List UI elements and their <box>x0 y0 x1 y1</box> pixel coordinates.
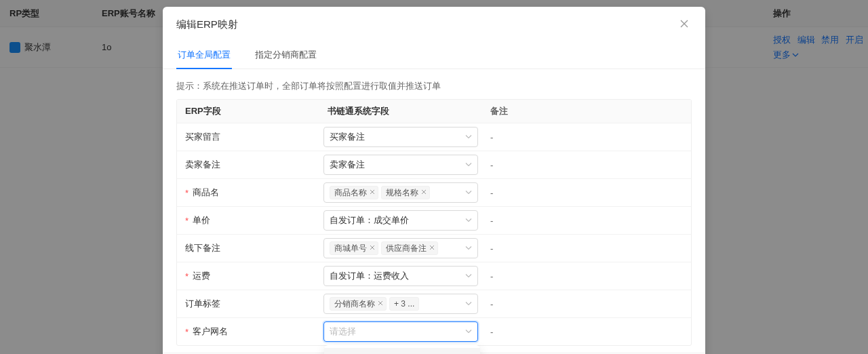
required-asterisk: * <box>185 216 189 226</box>
select-tag: 商品名称 <box>330 186 378 199</box>
chevron-down-icon <box>465 245 472 252</box>
chevron-down-icon <box>465 273 472 279</box>
erp-field-label: *商品名 <box>177 181 319 204</box>
sys-field-select[interactable]: 卖家备注 <box>323 155 478 175</box>
chevron-down-icon <box>465 161 472 168</box>
required-asterisk: * <box>185 188 189 198</box>
chevron-down-icon <box>465 217 472 224</box>
th-sys-field: 书链通系统字段 <box>319 100 482 123</box>
tag-overflow[interactable]: + 3 ... <box>389 297 419 311</box>
select-tag: 分销商名称 <box>330 297 387 311</box>
sys-field-select[interactable]: 商城单号供应商备注 <box>323 238 478 258</box>
tab-global-config[interactable]: 订单全局配置 <box>176 42 232 69</box>
erp-field-label: *客户网名 <box>177 320 319 343</box>
erp-field-label: 卖家备注 <box>177 153 319 176</box>
required-asterisk: * <box>185 327 189 337</box>
mapping-row: *商品名商品名称规格名称- <box>177 178 691 206</box>
note-cell: - <box>482 321 691 342</box>
select-tag: 规格名称 <box>381 186 430 199</box>
tag-remove-icon[interactable] <box>370 186 375 199</box>
chevron-down-icon <box>465 300 472 307</box>
mapping-row: 订单标签分销商名称+ 3 ...- <box>177 290 691 317</box>
chevron-down-icon <box>465 328 472 335</box>
note-cell: - <box>482 155 691 176</box>
mapping-row: 线下备注商城单号供应商备注- <box>177 234 691 262</box>
tag-remove-icon[interactable] <box>429 242 435 254</box>
th-erp-field: ERP字段 <box>177 100 319 123</box>
tag-remove-icon[interactable] <box>370 242 375 254</box>
note-cell: - <box>482 294 691 315</box>
note-cell: - <box>482 210 691 231</box>
select-placeholder: 请选择 <box>330 326 356 338</box>
chevron-down-icon <box>465 189 472 196</box>
mapping-row: *运费自发订单：运费收入- <box>177 262 691 290</box>
sys-field-select[interactable]: 自发订单：成交单价 <box>323 210 478 231</box>
erp-field-label: 买家留言 <box>177 125 319 149</box>
note-cell: - <box>482 238 691 259</box>
config-hint: 提示：系统在推送订单时，全部订单将按照配置进行取值并推送订单 <box>176 80 692 92</box>
note-cell: - <box>482 182 691 203</box>
sys-field-select[interactable]: 分销商名称+ 3 ... <box>323 294 478 314</box>
erp-field-label: *单价 <box>177 209 319 232</box>
select-tag: 商城单号 <box>330 241 378 255</box>
modal-tabs: 订单全局配置 指定分销商配置 <box>163 42 705 69</box>
dropdown-option[interactable]: 书链通分销商订单&名称 <box>324 348 480 354</box>
mapping-row: 买家留言买家备注- <box>177 123 691 151</box>
note-cell: - <box>482 266 691 287</box>
mapping-row: *单价自发订单：成交单价- <box>177 206 691 234</box>
sys-field-select[interactable]: 自发订单：运费收入 <box>323 266 478 286</box>
mapping-row: *客户网名请选择书链通分销商订单&名称书链通加密信息- <box>177 317 691 345</box>
sys-field-select[interactable]: 商品名称规格名称 <box>323 182 478 203</box>
select-dropdown: 书链通分销商订单&名称书链通加密信息 <box>324 345 480 354</box>
sys-field-select[interactable]: 请选择书链通分销商订单&名称书链通加密信息 <box>323 321 478 342</box>
modal-edit-erp-mapping: 编辑ERP映射 订单全局配置 指定分销商配置 提示：系统在推送订单时，全部订单将… <box>163 7 705 354</box>
tag-remove-icon[interactable] <box>378 298 383 310</box>
th-note: 备注 <box>482 100 691 123</box>
erp-field-label: *运费 <box>177 264 319 288</box>
tab-distributor-config[interactable]: 指定分销商配置 <box>254 42 318 68</box>
required-asterisk: * <box>185 271 189 281</box>
mapping-row: 卖家备注卖家备注- <box>177 151 691 178</box>
mapping-table: ERP字段 书链通系统字段 备注 买家留言买家备注-卖家备注卖家备注-*商品名商… <box>176 99 692 346</box>
erp-field-label: 订单标签 <box>177 292 319 315</box>
sys-field-select[interactable]: 买家备注 <box>323 127 478 147</box>
select-tag: 供应商备注 <box>381 241 438 255</box>
close-icon <box>679 19 689 28</box>
note-cell: - <box>482 127 691 148</box>
tag-remove-icon[interactable] <box>421 186 427 199</box>
modal-close-button[interactable] <box>677 16 692 33</box>
chevron-down-icon <box>465 134 472 140</box>
erp-field-label: 线下备注 <box>177 237 319 260</box>
modal-title: 编辑ERP映射 <box>176 18 238 31</box>
